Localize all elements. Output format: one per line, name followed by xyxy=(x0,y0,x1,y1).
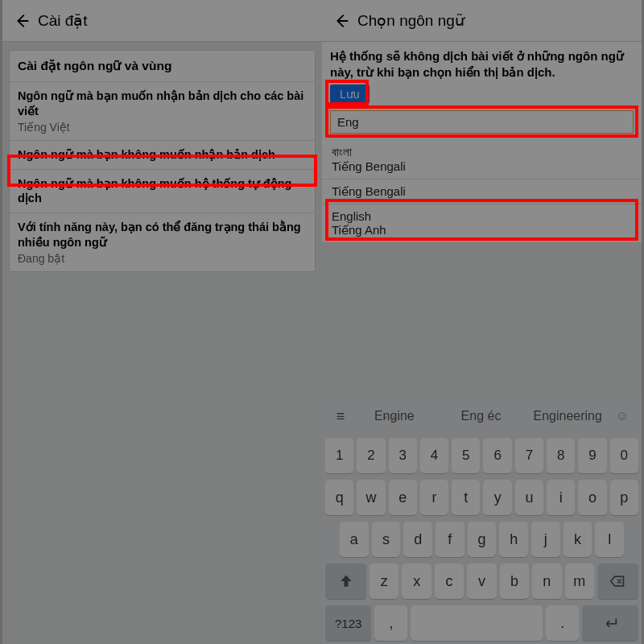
keyboard-menu-icon[interactable]: ≡ xyxy=(330,408,351,425)
language-row[interactable]: বাংলা Tiếng Bengali xyxy=(322,140,642,180)
key-u[interactable]: u xyxy=(515,480,543,515)
key-z[interactable]: z xyxy=(369,564,398,599)
row-sub: Đang bật xyxy=(18,252,307,265)
key-4[interactable]: 4 xyxy=(420,438,448,473)
arrow-left-icon xyxy=(13,12,31,30)
language-local: Tiếng Bengali xyxy=(332,184,632,199)
key-2[interactable]: 2 xyxy=(357,438,385,473)
key-0[interactable]: 0 xyxy=(610,438,638,473)
key-f[interactable]: f xyxy=(436,522,464,557)
key-8[interactable]: 8 xyxy=(547,438,575,473)
language-local: Tiếng Bengali xyxy=(332,159,632,174)
key-1[interactable]: 1 xyxy=(325,438,353,473)
row-title: Ngôn ngữ mà bạn muốn nhận bản dịch cho c… xyxy=(18,89,307,119)
key-row-a: a s d f g h j k l xyxy=(322,518,642,560)
key-d[interactable]: d xyxy=(403,522,432,557)
backspace-key[interactable] xyxy=(597,564,638,599)
key-l[interactable]: l xyxy=(595,522,624,557)
suggestion-bar: ≡ Engine• • • Eng éc Engineering ☺ xyxy=(322,398,642,435)
key-b[interactable]: b xyxy=(500,564,529,599)
emoji-icon[interactable]: ☺ xyxy=(611,409,634,423)
key-o[interactable]: o xyxy=(578,480,606,515)
key-g[interactable]: g xyxy=(468,522,497,557)
description-text: Hệ thống sẽ không dịch bài viết ở những … xyxy=(322,42,642,85)
settings-row[interactable]: Ngôn ngữ mà bạn muốn nhận bản dịch cho c… xyxy=(10,82,315,141)
suggestion-word[interactable]: Engineering xyxy=(524,409,611,423)
key-i[interactable]: i xyxy=(547,480,575,515)
key-s[interactable]: s xyxy=(372,522,401,557)
save-button[interactable]: Lưu xyxy=(330,85,369,104)
language-row-english[interactable]: English Tiếng Anh xyxy=(322,204,642,243)
key-m[interactable]: m xyxy=(565,564,594,599)
language-native: English xyxy=(332,209,632,223)
key-x[interactable]: x xyxy=(402,564,431,599)
key-j[interactable]: j xyxy=(531,522,560,557)
key-e[interactable]: e xyxy=(389,480,417,515)
key-q[interactable]: q xyxy=(325,480,353,515)
key-3[interactable]: 3 xyxy=(389,438,417,473)
left-header-title: Cài đặt xyxy=(38,11,88,30)
key-row-bottom: ?123 , . xyxy=(322,602,642,644)
row-sub: Tiếng Việt xyxy=(18,121,307,134)
language-local: Tiếng Anh xyxy=(332,223,632,237)
key-6[interactable]: 6 xyxy=(483,438,511,473)
save-wrap: Lưu xyxy=(322,85,642,109)
language-row[interactable]: Tiếng Bengali xyxy=(322,180,642,204)
key-p[interactable]: p xyxy=(610,480,638,515)
shift-icon xyxy=(338,573,354,589)
shift-key[interactable] xyxy=(325,564,366,599)
row-title: Ngôn ngữ mà bạn không muốn nhận bản dịch xyxy=(18,147,307,163)
language-native: বাংলা xyxy=(332,145,632,159)
settings-row[interactable]: Với tính năng này, bạn có thể đăng trạng… xyxy=(10,213,315,271)
language-search-input[interactable] xyxy=(330,110,634,134)
key-c[interactable]: c xyxy=(435,564,464,599)
back-button[interactable] xyxy=(9,8,35,34)
key-row-q: q w e r t y u i o p xyxy=(322,477,642,518)
suggestion-word[interactable]: Engine• • • xyxy=(351,409,438,423)
settings-row-highlighted[interactable]: Ngôn ngữ mà bạn không muốn hệ thống tự đ… xyxy=(10,170,315,214)
comma-key[interactable]: , xyxy=(374,605,407,641)
settings-group: Cài đặt ngôn ngữ và vùng Ngôn ngữ mà bạn… xyxy=(9,50,316,272)
period-key[interactable]: . xyxy=(546,605,579,641)
back-button[interactable] xyxy=(328,8,354,34)
suggestion-word[interactable]: Eng éc xyxy=(438,409,525,423)
key-w[interactable]: w xyxy=(357,480,385,515)
key-y[interactable]: y xyxy=(483,480,511,515)
right-header-title: Chọn ngôn ngữ xyxy=(357,11,464,30)
right-screen: Chọn ngôn ngữ Hệ thống sẽ không dịch bài… xyxy=(322,0,642,644)
enter-icon xyxy=(601,614,619,632)
row-title: Ngôn ngữ mà bạn không muốn hệ thống tự đ… xyxy=(18,176,307,207)
group-title: Cài đặt ngôn ngữ và vùng xyxy=(10,51,315,82)
key-row-z: z x c v b n m xyxy=(322,560,642,602)
symbols-key[interactable]: ?123 xyxy=(325,605,371,641)
search-wrap xyxy=(322,109,642,140)
space-key[interactable] xyxy=(411,605,543,641)
left-screen: Cài đặt Cài đặt ngôn ngữ và vùng Ngôn ng… xyxy=(2,0,322,644)
key-r[interactable]: r xyxy=(420,480,448,515)
key-k[interactable]: k xyxy=(564,522,592,557)
arrow-left-icon xyxy=(332,12,350,30)
right-header: Chọn ngôn ngữ xyxy=(322,0,642,42)
key-5[interactable]: 5 xyxy=(452,438,480,473)
key-t[interactable]: t xyxy=(452,480,480,515)
key-a[interactable]: a xyxy=(340,522,369,557)
key-9[interactable]: 9 xyxy=(578,438,606,473)
row-title: Với tính năng này, bạn có thể đăng trạng… xyxy=(18,220,307,250)
key-n[interactable]: n xyxy=(532,564,561,599)
soft-keyboard: ≡ Engine• • • Eng éc Engineering ☺ 1 2 3… xyxy=(322,398,642,644)
settings-row[interactable]: Ngôn ngữ mà bạn không muốn nhận bản dịch xyxy=(10,141,315,170)
enter-key[interactable] xyxy=(582,605,638,641)
key-row-numbers: 1 2 3 4 5 6 7 8 9 0 xyxy=(322,435,642,477)
key-h[interactable]: h xyxy=(499,522,528,557)
backspace-icon xyxy=(609,573,625,589)
key-v[interactable]: v xyxy=(467,564,496,599)
left-header: Cài đặt xyxy=(2,0,322,42)
key-7[interactable]: 7 xyxy=(515,438,543,473)
